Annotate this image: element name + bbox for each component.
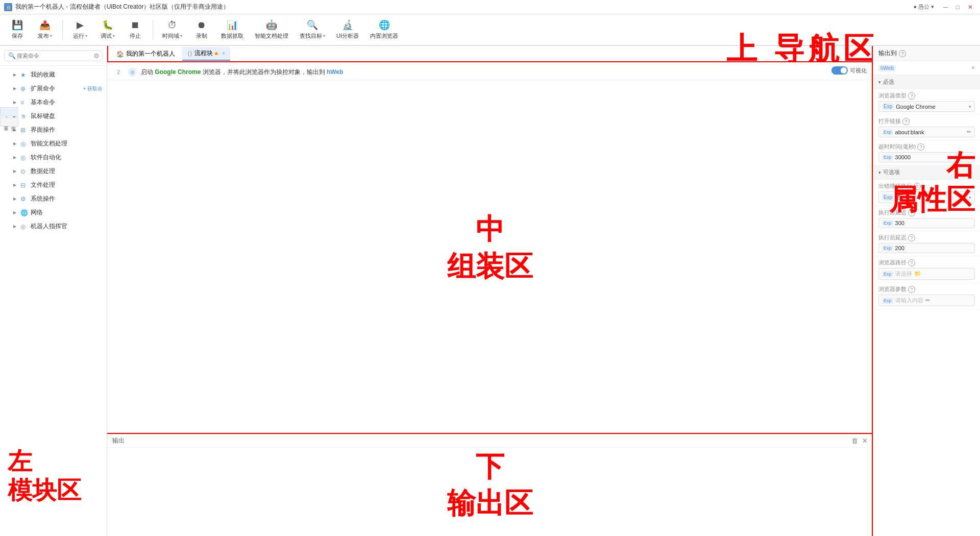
run-button[interactable]: ▶ 运行 ▾ [67,16,93,43]
timeout-value[interactable]: Exp 30000 [878,152,975,162]
exec-after-help[interactable]: ? [908,234,915,241]
row-number: 2 [113,69,124,75]
get-extensions-action[interactable]: + 获取命 [83,85,103,92]
tree-item-data[interactable]: ▶ ⊙ 数据处理 [7,164,107,178]
section-optional-label: 可选项 [883,168,900,176]
prop-browser-type: 浏览器类型 ? Exp Google Chrome ▾ [873,89,980,115]
tree-item-doc[interactable]: ▶ ◎ 智能文档处理 [7,137,107,151]
tree-item-software[interactable]: ▶ ◎ 软件自动化 [7,151,107,164]
tab-home[interactable]: 🏠 我的第一个机器人 [111,47,180,60]
save-button[interactable]: 💾 保存 [4,16,31,43]
debug-button[interactable]: 🐛 调试 ▾ [94,16,121,43]
find-icon: 🔍 [307,19,318,31]
ui-analyzer-button[interactable]: 🔬 UI分析器 [331,16,364,43]
close-btn[interactable]: ✕ [965,3,976,12]
visualize-toggle[interactable]: 可视化 [831,66,867,75]
output-header: 输出 🗑 ✕ [107,434,873,448]
stop-button[interactable]: ⏹ 停止 [122,16,149,43]
tree-item-mouse[interactable]: ▶ 🖱 鼠标键盘 [7,109,107,123]
exp-tag: Exp [882,154,893,160]
open-link-label: 打开链接 [878,117,901,125]
tree-item-ui[interactable]: ▶ ⊞ 界面操作 [7,123,107,137]
exec-after-value[interactable]: Exp 200 [878,243,975,253]
browser-button[interactable]: 🌐 内置浏览器 [365,16,403,43]
edit-icon[interactable]: ✏ [967,129,971,135]
open-link-text: about:blank [895,129,965,135]
exec-before-help[interactable]: ? [908,209,915,216]
search-input[interactable] [4,50,103,61]
browser-path-value[interactable]: Exp 请选择 📁 [878,268,975,280]
ui-label: UI分析器 [336,32,359,40]
tree-item-system[interactable]: ▶ ⚙ 系统操作 [7,192,107,206]
timeout-help[interactable]: ? [917,143,924,151]
sidebar-tab-vars[interactable]: 变量 [0,117,18,127]
find-button[interactable]: 🔍 查找目标 ▾ [295,16,330,43]
browser-path-help[interactable]: ? [908,259,915,266]
tree-item-network[interactable]: ▶ 🌐 网络 [7,206,107,220]
user-menu[interactable]: ● 愚公 ▾ [913,3,934,11]
browser-args-value[interactable]: Exp 请输入内容 ✏ [878,295,975,306]
exp-tag: Exp [882,103,894,110]
tree-item-basic[interactable]: ▶ ≡ 基本命令 [7,95,107,109]
ai-button[interactable]: 🤖 智能文档处理 [250,16,293,43]
tree-label: 界面操作 [31,126,103,134]
record-label: 录制 [196,32,207,40]
tree-item-extensions[interactable]: ▶ ⊕ 扩展命令 + 获取命 [7,82,107,95]
browser-label: 内置浏览器 [370,32,398,40]
publish-arrow: ▾ [50,34,52,38]
find-label: 查找目标 [300,32,322,40]
tree-arrow: ▶ [13,72,18,77]
debug-icon: 🐛 [102,19,113,31]
timer-button[interactable]: ⏱ 时间域 ▾ [157,16,187,43]
prop-continue-error: 出错继续执行 ? Exp 否 ▾ [873,180,980,206]
tree-item-favorites[interactable]: ▶ ★ 我的收藏 [7,68,107,82]
app-title: 我的第一个机器人 - 流程创建者（UiBot Creator）社区版（仅用于非商… [15,3,229,11]
separator-1 [62,19,63,40]
output-help-icon[interactable]: ? [899,50,906,57]
canvas-area: 可视化 2 ⊙ 启动 Google Chrome 浏览器，并将此浏览器作为操控对… [107,62,873,434]
exec-before-label: 执行前延迟 [878,209,906,216]
publish-button[interactable]: 📤 发布 ▾ [32,16,58,43]
exec-before-value[interactable]: Exp 300 [878,218,975,228]
output-close-icon[interactable]: ✕ [862,437,868,445]
save-label: 保存 [12,32,23,40]
modified-indicator [215,52,218,55]
browser-args-help[interactable]: ? [908,286,915,293]
extract-button[interactable]: 📊 数据抓取 [216,16,249,43]
edit-icon[interactable]: ✏ [925,297,930,304]
tab-flow-label: 流程块 [194,49,213,58]
tab-flow[interactable]: ⟨⟩ 流程块 × [182,47,230,61]
sidebar-settings-icon[interactable]: ⚙ [93,52,100,60]
tree-item-robot[interactable]: ▶ ◎ 机器人指挥官 [7,220,107,233]
tree-label: 数据处理 [31,167,103,176]
browser-type-select[interactable]: Exp Google Chrome ▾ [878,101,975,112]
output-var-close-btn[interactable]: × [971,64,975,71]
output-bottom-label: 下 输出区 [447,448,533,523]
section-optional[interactable]: ▾ 可选项 [873,165,980,180]
prop-exec-before: 执行前延迟 ? Exp 300 [873,206,980,231]
output-panel: 输出 🗑 ✕ 下 输出区 [107,434,873,536]
tree-item-file[interactable]: ▶ ⊟ 文件处理 [7,178,107,192]
toggle-switch[interactable] [831,66,848,75]
maximize-btn[interactable]: □ [953,3,963,12]
output-clear-icon[interactable]: 🗑 [851,437,858,445]
exp-tag: Exp [882,194,894,201]
separator-2 [153,19,153,40]
browser-type-help[interactable]: ? [908,92,915,100]
continue-error-select[interactable]: Exp 否 ▾ [878,191,975,203]
section-required[interactable]: ▾ 必选 [873,75,980,89]
canvas-row-2[interactable]: 2 ⊙ 启动 Google Chrome 浏览器，并将此浏览器作为操控对象，输出… [107,64,873,80]
prop-browser-args: 浏览器参数 ? Exp 请输入内容 ✏ [873,283,980,309]
tree-label: 基本命令 [31,98,103,107]
record-button[interactable]: ⏺ 录制 [188,16,215,43]
open-link-value[interactable]: Exp about:blank ✏ [878,127,975,137]
sidebar-tab-commands[interactable]: 命令 [0,107,18,116]
tree-arrow: ▶ [13,169,18,174]
minimize-btn[interactable]: ─ [940,3,951,12]
open-link-help[interactable]: ? [902,118,910,125]
tree-label: 扩展命令 [31,84,81,93]
continue-error-help[interactable]: ? [914,183,921,190]
tree-label: 系统操作 [31,194,103,203]
tab-close-btn[interactable]: × [222,51,225,56]
folder-icon[interactable]: 📁 [914,271,921,277]
